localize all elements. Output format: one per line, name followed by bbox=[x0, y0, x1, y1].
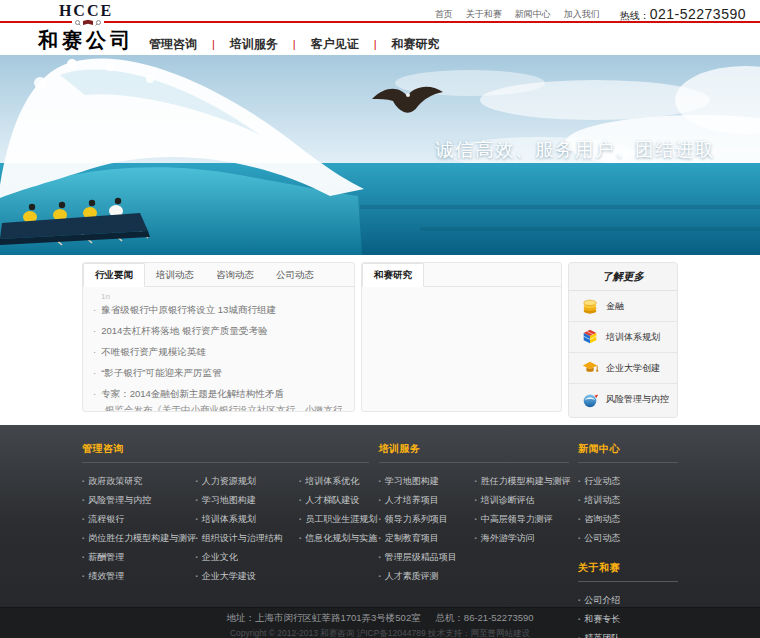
bullet-icon: ▪ bbox=[475, 535, 477, 541]
footer-link[interactable]: ▪人力资源规划 bbox=[196, 472, 298, 491]
bullet-icon: ▪ bbox=[475, 516, 477, 522]
sidebar-item[interactable]: 风险管理与内控 bbox=[569, 384, 677, 415]
footer-link[interactable]: ▪行业动态 bbox=[578, 472, 620, 491]
sidebar-item[interactable]: 金融 bbox=[569, 291, 677, 322]
footer-link[interactable]: ▪学习地图构建 bbox=[196, 491, 298, 510]
footer-link[interactable]: ▪薪酬管理 bbox=[82, 548, 194, 567]
footer-link[interactable]: ▪中高层领导力测评 bbox=[475, 510, 569, 529]
top-link[interactable]: 关于和赛 bbox=[466, 8, 502, 21]
footer-link[interactable]: ▪管理层级精品项目 bbox=[379, 548, 473, 567]
header-top-bar: 首页关于和赛新闻中心加入我们 热线：021-52273590 bbox=[422, 5, 746, 23]
footer-link-column: ▪公司介绍▪和赛专长▪精英团队▪联系我们 bbox=[578, 591, 620, 638]
bullet-icon: ▪ bbox=[82, 573, 84, 579]
top-link[interactable]: 加入我们 bbox=[564, 8, 600, 21]
footer-link[interactable]: ▪培训诊断评估 bbox=[475, 491, 569, 510]
footer-link[interactable]: ▪政府政策研究 bbox=[82, 472, 194, 491]
news-item[interactable]: ·“影子银行”可能迎来严厉监管 bbox=[91, 367, 342, 379]
nav-separator: | bbox=[374, 38, 377, 50]
footer-link-text: 培训体系规划 bbox=[202, 514, 256, 524]
news-tab[interactable]: 培训动态 bbox=[145, 264, 205, 286]
footer-columns: ▪公司介绍▪和赛专长▪精英团队▪联系我们 bbox=[578, 591, 678, 638]
bullet-icon: ▪ bbox=[475, 478, 477, 484]
footer-link-column: ▪胜任力模型构建与测评▪培训诊断评估▪中高层领导力测评▪海外游学访问 bbox=[475, 472, 569, 586]
footer-link[interactable]: ▪人才培养项目 bbox=[379, 491, 473, 510]
footer-link[interactable]: ▪企业大学建设 bbox=[196, 567, 298, 586]
nav-item[interactable]: 管理咨询 bbox=[149, 37, 197, 51]
footer-link[interactable]: ▪定制教育项目 bbox=[379, 529, 473, 548]
footer-link[interactable]: ▪和赛专长 bbox=[578, 610, 620, 629]
bullet-icon: ▪ bbox=[82, 497, 84, 503]
sidebar-item[interactable]: 培训体系规划 bbox=[569, 322, 677, 353]
footer-link-text: 政府政策研究 bbox=[88, 476, 142, 486]
footer-link[interactable]: ▪领导力系列项目 bbox=[379, 510, 473, 529]
footer-link[interactable]: ▪流程银行 bbox=[82, 510, 194, 529]
news-item[interactable]: ·2014去杠杆将落地 银行资产质量受考验 bbox=[91, 325, 342, 337]
footer-link[interactable]: ▪胜任力模型构建与测评 bbox=[475, 472, 569, 491]
footer-link[interactable]: ▪咨询动态 bbox=[578, 510, 620, 529]
news-item[interactable]: ·不唯银行资产规模论英雄 bbox=[91, 346, 342, 358]
bullet-icon: ▪ bbox=[82, 516, 84, 522]
header: HCCE 和赛公司 HeroCircle Corporate Education… bbox=[0, 0, 760, 55]
footer-address: 地址：上海市闵行区虹莘路1701弄3号楼502室 bbox=[226, 612, 420, 623]
bullet-icon: ▪ bbox=[379, 516, 381, 522]
bullet-icon: · bbox=[93, 388, 96, 399]
footer-columns: ▪行业动态▪培训动态▪咨询动态▪公司动态 bbox=[578, 472, 678, 548]
news-item-text: 专家：2014金融创新主题是化解结构性矛盾 bbox=[101, 388, 284, 399]
footer-link-text: 培训动态 bbox=[584, 495, 620, 505]
footer-link[interactable]: ▪信息化规划与实施 bbox=[299, 529, 369, 548]
footer-link[interactable]: ▪岗位胜任力模型构建与测评 bbox=[82, 529, 194, 548]
top-link[interactable]: 首页 bbox=[435, 8, 453, 21]
footer-link-text: 公司介绍 bbox=[584, 595, 620, 605]
news-item[interactable]: ·豫省级银行中原银行将设立 13城商行组建 bbox=[91, 304, 342, 316]
corporate-university-icon bbox=[581, 359, 599, 377]
bullet-icon: · bbox=[93, 346, 96, 357]
footer-link[interactable]: ▪组织设计与治理结构 bbox=[196, 529, 298, 548]
footer-link[interactable]: ▪人才素质评测 bbox=[379, 567, 473, 586]
footer-link-column: ▪人力资源规划▪学习地图构建▪培训体系规划▪组织设计与治理结构▪企业文化▪企业大… bbox=[196, 472, 298, 586]
footer-link[interactable]: ▪公司动态 bbox=[578, 529, 620, 548]
footer-link-text: 薪酬管理 bbox=[88, 552, 124, 562]
footer-link[interactable]: ▪培训动态 bbox=[578, 491, 620, 510]
footer-link[interactable]: ▪海外游学访问 bbox=[475, 529, 569, 548]
footer-link-text: 绩效管理 bbox=[88, 571, 124, 581]
top-link[interactable]: 新闻中心 bbox=[515, 8, 551, 21]
footer-section-title: 新闻中心 bbox=[578, 442, 678, 463]
sidebar-item[interactable]: 企业大学创建 bbox=[569, 353, 677, 384]
tab-research[interactable]: 和赛研究 bbox=[362, 263, 424, 287]
nav-item[interactable]: 培训服务 bbox=[230, 37, 278, 51]
news-tab[interactable]: 公司动态 bbox=[265, 264, 325, 286]
footer-link[interactable]: ▪绩效管理 bbox=[82, 567, 194, 586]
learn-more-sidebar: 了解更多 金融培训体系规划企业大学创建风险管理与内控 bbox=[568, 262, 678, 418]
footer-phone: 总机：86-21-52273590 bbox=[435, 612, 533, 623]
footer-link[interactable]: ▪培训体系规划 bbox=[196, 510, 298, 529]
news-item-truncated: 银监会发布《关于中小商业银行设立社区支行、小微支行有关事项的通 bbox=[91, 404, 342, 412]
footer-link[interactable]: ▪员工职业生涯规划 bbox=[299, 510, 369, 529]
sidebar-item-label: 培训体系规划 bbox=[606, 331, 660, 344]
news-tab[interactable]: 行业要闻 bbox=[83, 263, 145, 287]
footer-link-text: 定制教育项目 bbox=[385, 533, 439, 543]
footer-link[interactable]: ▪培训体系优化 bbox=[299, 472, 369, 491]
bullet-icon: · bbox=[93, 304, 96, 315]
nav-item[interactable]: 和赛研究 bbox=[392, 37, 440, 51]
footer-link[interactable]: ▪人才梯队建设 bbox=[299, 491, 369, 510]
footer-link[interactable]: ▪风险管理与内控 bbox=[82, 491, 194, 510]
footer-link-text: 行业动态 bbox=[584, 476, 620, 486]
footer-link[interactable]: ▪企业文化 bbox=[196, 548, 298, 567]
footer-link[interactable]: ▪学习地图构建 bbox=[379, 472, 473, 491]
news-item[interactable]: ·专家：2014金融创新主题是化解结构性矛盾 bbox=[91, 388, 342, 400]
footer-link[interactable]: ▪公司介绍 bbox=[578, 591, 620, 610]
footer-link-text: 学习地图构建 bbox=[202, 495, 256, 505]
footer-link-text: 公司动态 bbox=[584, 533, 620, 543]
bullet-icon: ▪ bbox=[82, 535, 84, 541]
news-tab[interactable]: 咨询动态 bbox=[205, 264, 265, 286]
footer-link-text: 岗位胜任力模型构建与测评 bbox=[88, 533, 196, 543]
nav-item[interactable]: 客户见证 bbox=[311, 37, 359, 51]
bullet-icon: ▪ bbox=[196, 478, 198, 484]
footer-section-title: 培训服务 bbox=[379, 442, 569, 463]
footer-link[interactable]: ▪精英团队 bbox=[578, 629, 620, 638]
bullet-icon: ▪ bbox=[379, 573, 381, 579]
news-panel: 行业要闻培训动态咨询动态公司动态 1n ·豫省级银行中原银行将设立 13城商行组… bbox=[82, 262, 355, 412]
bullet-icon: ▪ bbox=[196, 497, 198, 503]
bullet-icon: ▪ bbox=[299, 535, 301, 541]
footer-link-column: ▪政府政策研究▪风险管理与内控▪流程银行▪岗位胜任力模型构建与测评▪薪酬管理▪绩… bbox=[82, 472, 194, 586]
